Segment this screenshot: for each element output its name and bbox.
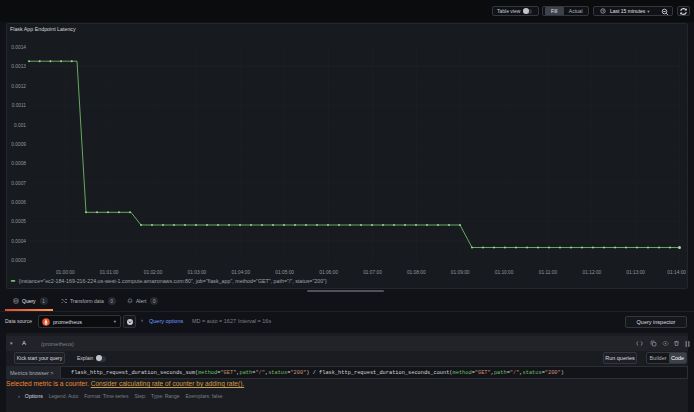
svg-text:0.0013: 0.0013	[11, 64, 26, 69]
svg-text:0.0006: 0.0006	[11, 200, 26, 205]
svg-text:{instance="ec2-184-169-216-224: {instance="ec2-184-169-216-224.us-west-1…	[19, 278, 327, 284]
svg-text:01:07:00: 01:07:00	[363, 270, 382, 275]
svg-text:0.0012: 0.0012	[11, 84, 26, 89]
svg-text:01:08:00: 01:08:00	[407, 270, 426, 275]
svg-text:01:06:00: 01:06:00	[319, 270, 338, 275]
svg-text:01:11:00: 01:11:00	[539, 270, 558, 275]
svg-text:01:13:00: 01:13:00	[626, 270, 645, 275]
svg-text:0.0007: 0.0007	[11, 181, 26, 186]
svg-text:0.0009: 0.0009	[11, 142, 26, 147]
svg-text:0.0014: 0.0014	[11, 45, 26, 50]
svg-text:0.001: 0.001	[14, 123, 26, 128]
svg-text:01:10:00: 01:10:00	[495, 270, 514, 275]
svg-text:0.0004: 0.0004	[11, 239, 26, 244]
svg-text:01:02:00: 01:02:00	[144, 270, 163, 275]
svg-text:01:01:00: 01:01:00	[100, 270, 119, 275]
svg-text:0.0011: 0.0011	[12, 103, 27, 108]
svg-text:01:03:00: 01:03:00	[188, 270, 207, 275]
svg-text:01:09:00: 01:09:00	[451, 270, 470, 275]
svg-text:0.0005: 0.0005	[11, 219, 26, 224]
svg-text:01:00:00: 01:00:00	[56, 270, 75, 275]
svg-text:0.0003: 0.0003	[11, 258, 26, 263]
svg-text:0.0008: 0.0008	[11, 161, 26, 166]
svg-text:01:05:00: 01:05:00	[275, 270, 294, 275]
svg-text:01:12:00: 01:12:00	[583, 270, 602, 275]
svg-text:01:04:00: 01:04:00	[231, 270, 250, 275]
svg-text:01:14:00: 01:14:00	[667, 270, 686, 275]
